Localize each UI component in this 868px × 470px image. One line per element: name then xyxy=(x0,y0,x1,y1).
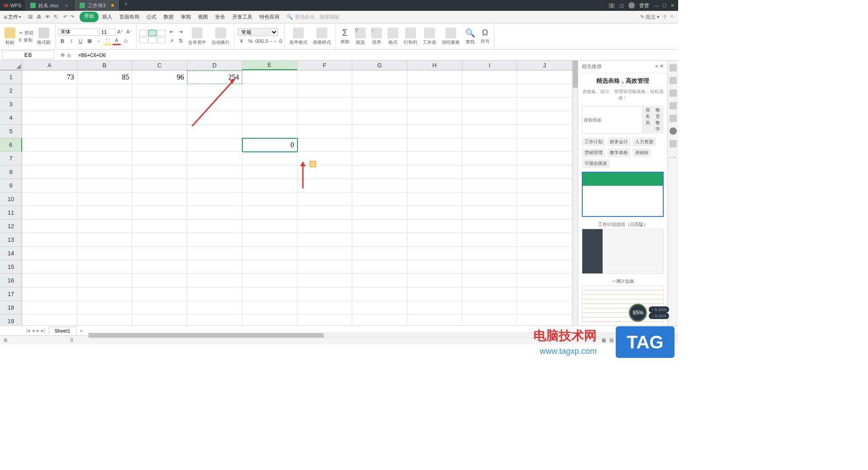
row-header-19[interactable]: 19 xyxy=(0,315,22,325)
cell-J11[interactable] xyxy=(517,206,572,220)
filter-button[interactable]: ▽筛选 xyxy=(353,26,368,47)
cell-H11[interactable] xyxy=(407,206,462,220)
row-header-11[interactable]: 11 xyxy=(0,206,22,220)
tab-document-0[interactable]: 姓名.xlsx ✕ xyxy=(25,0,74,11)
font-color-icon[interactable]: A xyxy=(113,37,121,45)
view-pagebreak-icon[interactable]: ▤ xyxy=(609,338,613,343)
cell-D7[interactable] xyxy=(187,152,242,165)
cell-I17[interactable] xyxy=(462,287,518,301)
row-header-3[interactable]: 3 xyxy=(0,98,22,111)
help-icon[interactable]: ? xyxy=(663,14,666,20)
cell-F5[interactable] xyxy=(297,125,353,138)
cell-D6[interactable] xyxy=(187,138,242,152)
cut-button[interactable]: ✂ 剪切 xyxy=(19,30,33,36)
cell-G11[interactable] xyxy=(352,206,407,220)
cell-F18[interactable] xyxy=(297,301,353,315)
underline-icon[interactable]: U xyxy=(76,37,85,45)
cell-E14[interactable] xyxy=(242,247,297,260)
cell-B12[interactable] xyxy=(77,220,132,233)
cell-F16[interactable] xyxy=(297,274,353,287)
cell-I14[interactable] xyxy=(462,247,518,260)
cell-E13[interactable] xyxy=(242,233,297,247)
cell-C8[interactable] xyxy=(132,165,187,179)
cell-B4[interactable] xyxy=(77,111,132,125)
col-header-E[interactable]: E xyxy=(242,61,297,70)
panel-menu-icon[interactable]: ≡ xyxy=(656,63,658,69)
cell-E10[interactable] xyxy=(242,193,297,206)
cell-G19[interactable] xyxy=(352,315,407,325)
cell-A13[interactable] xyxy=(22,233,77,247)
add-tab-button[interactable]: + xyxy=(120,0,132,11)
cell-E12[interactable] xyxy=(242,220,297,233)
close-icon[interactable]: ✕ xyxy=(65,3,68,8)
cell-D5[interactable] xyxy=(187,125,242,138)
spreadsheet-grid[interactable]: ABCDEFGHIJ173859625423456078910111213141… xyxy=(0,61,572,325)
col-header-H[interactable]: H xyxy=(407,61,462,70)
col-header-A[interactable]: A xyxy=(22,61,77,70)
find-button[interactable]: 🔍查找 xyxy=(463,26,477,47)
cell-I8[interactable] xyxy=(462,165,518,179)
cell-E2[interactable] xyxy=(242,84,297,98)
indent-decrease-icon[interactable]: ⇤ xyxy=(167,28,175,36)
cell-H3[interactable] xyxy=(407,98,462,111)
orientation-icon[interactable]: ↗ xyxy=(167,37,175,45)
history-icon[interactable] xyxy=(670,140,677,147)
sheet-tab-active[interactable]: Sheet1 xyxy=(49,327,76,334)
font-name-input[interactable] xyxy=(58,28,98,36)
cell-I9[interactable] xyxy=(462,179,518,193)
currency-icon[interactable]: ¥ xyxy=(237,37,245,45)
cell-F6[interactable] xyxy=(297,138,353,152)
cell-C10[interactable] xyxy=(132,193,187,206)
cell-B9[interactable] xyxy=(77,179,132,193)
cell-D19[interactable] xyxy=(187,315,242,325)
file-menu[interactable]: 文件▾ xyxy=(8,14,21,20)
cell-H13[interactable] xyxy=(407,233,462,247)
ribbon-tab-home[interactable]: 开始 xyxy=(80,12,99,22)
save-icon[interactable]: 🖫 xyxy=(28,14,33,20)
text-direction-icon[interactable]: ⇅ xyxy=(176,37,184,45)
cell-C14[interactable] xyxy=(132,247,187,260)
cell-C3[interactable] xyxy=(132,98,187,111)
cell-H19[interactable] xyxy=(407,315,462,325)
cell-B14[interactable] xyxy=(77,247,132,260)
cell-I7[interactable] xyxy=(462,152,518,165)
increase-font-icon[interactable]: A⁺ xyxy=(116,28,124,36)
merge-center-button[interactable]: 合并居中 xyxy=(186,26,208,47)
fill-color-icon[interactable]: ⬚ xyxy=(104,37,112,45)
cell-D11[interactable] xyxy=(187,206,242,220)
cell-J4[interactable] xyxy=(517,111,572,125)
table-style-button[interactable]: 表格样式 xyxy=(311,26,333,47)
cell-H2[interactable] xyxy=(407,84,462,98)
align-middle-icon[interactable] xyxy=(148,30,156,36)
row-header-9[interactable]: 9 xyxy=(0,179,22,193)
cell-D10[interactable] xyxy=(187,193,242,206)
export-icon[interactable]: ⇱ xyxy=(54,14,58,20)
paste-options-icon[interactable] xyxy=(310,161,316,167)
row-header-1[interactable]: 1 xyxy=(0,70,22,84)
sort-button[interactable]: ↕排序 xyxy=(369,26,384,47)
cell-F2[interactable] xyxy=(297,84,353,98)
cell-C2[interactable] xyxy=(132,84,187,98)
sheet-nav-first-icon[interactable]: |◂ xyxy=(26,328,30,334)
cell-I15[interactable] xyxy=(462,260,518,274)
ribbon-tab-special[interactable]: 特色应用 xyxy=(256,12,283,22)
font-size-input[interactable] xyxy=(99,28,115,36)
cell-H9[interactable] xyxy=(407,179,462,193)
cell-B8[interactable] xyxy=(77,165,132,179)
cell-B16[interactable] xyxy=(77,274,132,287)
row-col-button[interactable]: 行和列 xyxy=(402,26,419,47)
cell-B19[interactable] xyxy=(77,315,132,325)
name-box[interactable] xyxy=(2,51,54,59)
row-header-18[interactable]: 18 xyxy=(0,301,22,315)
cell-A6[interactable] xyxy=(22,138,77,152)
ribbon-tab-data[interactable]: 数据 xyxy=(160,12,177,22)
cell-I11[interactable] xyxy=(462,206,518,220)
cell-I13[interactable] xyxy=(462,233,518,247)
add-sheet-button[interactable]: + xyxy=(76,328,86,334)
ribbon-tab-view[interactable]: 视图 xyxy=(194,12,212,22)
cell-C4[interactable] xyxy=(132,111,187,125)
cell-G5[interactable] xyxy=(352,125,407,138)
cell-I19[interactable] xyxy=(462,315,518,325)
row-header-16[interactable]: 16 xyxy=(0,274,22,287)
template-cat[interactable]: 人力资源 xyxy=(632,137,656,146)
